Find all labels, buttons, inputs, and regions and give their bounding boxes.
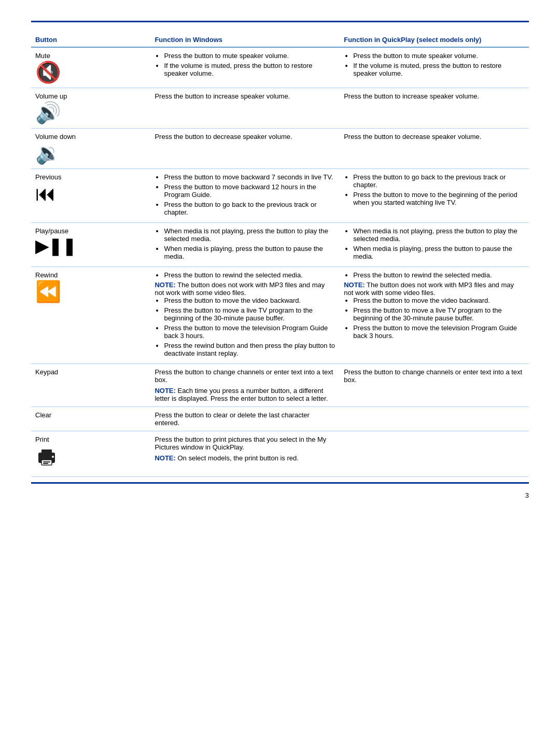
windows-note: NOTE: The button does not work with MP3 … bbox=[155, 281, 335, 297]
button-icon: ▶❚❚ bbox=[35, 237, 146, 256]
table-row: ClearPress the button to clear or delete… bbox=[31, 407, 529, 431]
svg-rect-4 bbox=[43, 463, 48, 464]
button-cell: Keypad bbox=[31, 364, 150, 407]
quickplay-bullet-item: Press the button to mute speaker volume. bbox=[353, 52, 525, 60]
button-name: Previous bbox=[35, 173, 146, 181]
quickplay-bullet-item: Press the button to move a live TV progr… bbox=[353, 306, 525, 322]
button-cell: Play/pause▶❚❚ bbox=[31, 223, 150, 267]
main-table: Button Function in Windows Function in Q… bbox=[31, 33, 529, 477]
quickplay-bullets: When media is not playing, press the but… bbox=[344, 227, 525, 260]
quickplay-bullet-item: Press the button to move to the beginnin… bbox=[353, 191, 525, 206]
quickplay-bullets: Press the button to rewind the selected … bbox=[344, 271, 525, 279]
quickplay-single: Press the button to increase speaker vol… bbox=[344, 92, 479, 100]
windows-bullet-item: Press the button to move the video backw… bbox=[164, 297, 335, 304]
quickplay-bullets: Press the button to go back to the previ… bbox=[344, 173, 525, 206]
windows-bullet-item: If the volume is muted, press the button… bbox=[164, 62, 335, 77]
table-row: PrintPress the button to print pictures … bbox=[31, 431, 529, 477]
quickplay-cell: Press the button to rewind the selected … bbox=[340, 267, 529, 364]
quickplay-bullet-item: Press the button to rewind the selected … bbox=[353, 271, 525, 279]
button-name: Clear bbox=[35, 411, 146, 419]
windows-bullet-item: Press the button to move the television … bbox=[164, 324, 335, 340]
windows-bullet-item: Press the button to move backward 12 hou… bbox=[164, 183, 335, 199]
header-windows: Function in Windows bbox=[150, 33, 340, 47]
button-name: Volume up bbox=[35, 92, 146, 100]
windows-single: Press the button to increase speaker vol… bbox=[155, 92, 290, 100]
quickplay-cell: Press the button to go back to the previ… bbox=[340, 169, 529, 223]
windows-single: Press the button to decrease speaker vol… bbox=[155, 133, 292, 140]
windows-bullet-item: When media is not playing, press the but… bbox=[164, 227, 335, 243]
table-row: Mute🔇Press the button to mute speaker vo… bbox=[31, 47, 529, 88]
quickplay-cell bbox=[340, 431, 529, 477]
button-name: Play/pause bbox=[35, 227, 146, 235]
button-name: Rewind bbox=[35, 271, 146, 279]
windows-bullet-item: Press the button to go back to the previ… bbox=[164, 201, 335, 216]
windows-bullets: Press the button to move backward 7 seco… bbox=[155, 173, 335, 216]
windows-bullet-item: Press the button to rewind the selected … bbox=[164, 271, 335, 279]
button-icon: 🔊 bbox=[35, 102, 146, 124]
quickplay-single: Press the button to change channels or e… bbox=[344, 368, 522, 384]
table-row: Rewind⏪Press the button to rewind the se… bbox=[31, 267, 529, 364]
windows-single: Press the button to print pictures that … bbox=[155, 435, 326, 451]
table-row: KeypadPress the button to change channel… bbox=[31, 364, 529, 407]
quickplay-cell: Press the button to increase speaker vol… bbox=[340, 88, 529, 129]
button-name: Mute bbox=[35, 52, 146, 60]
button-icon: 🔇 bbox=[35, 62, 146, 83]
quickplay-bullets: Press the button to mute speaker volume.… bbox=[344, 52, 525, 77]
windows-bullets-cont: Press the button to move the video backw… bbox=[155, 297, 335, 357]
windows-cell: Press the button to rewind the selected … bbox=[150, 267, 340, 364]
bottom-border bbox=[31, 482, 529, 484]
button-icon: ⏮ bbox=[35, 183, 146, 205]
button-cell: Previous⏮ bbox=[31, 169, 150, 223]
header-quickplay: Function in QuickPlay (select models onl… bbox=[340, 33, 529, 47]
button-cell: Rewind⏪ bbox=[31, 267, 150, 364]
quickplay-cell: Press the button to decrease speaker vol… bbox=[340, 129, 529, 169]
button-cell: Volume down🔉 bbox=[31, 129, 150, 169]
quickplay-bullet-item: Press the button to move the video backw… bbox=[353, 297, 525, 304]
quickplay-cell: Press the button to mute speaker volume.… bbox=[340, 47, 529, 88]
quickplay-cell bbox=[340, 407, 529, 431]
button-cell: Print bbox=[31, 431, 150, 477]
svg-rect-1 bbox=[41, 449, 52, 454]
header-button: Button bbox=[31, 33, 150, 47]
windows-bullets: Press the button to rewind the selected … bbox=[155, 271, 335, 279]
windows-cell: Press the button to move backward 7 seco… bbox=[150, 169, 340, 223]
quickplay-bullets-cont: Press the button to move the video backw… bbox=[344, 297, 525, 340]
table-row: Play/pause▶❚❚When media is not playing, … bbox=[31, 223, 529, 267]
windows-note-block: NOTE: Each time you press a number butto… bbox=[155, 387, 335, 402]
windows-bullets: Press the button to mute speaker volume.… bbox=[155, 52, 335, 77]
button-name: Volume down bbox=[35, 133, 146, 140]
windows-cell: When media is not playing, press the but… bbox=[150, 223, 340, 267]
quickplay-cell: Press the button to change channels or e… bbox=[340, 364, 529, 407]
windows-bullet-item: Press the button to move a live TV progr… bbox=[164, 306, 335, 322]
windows-cell: Press the button to decrease speaker vol… bbox=[150, 129, 340, 169]
table-row: Previous⏮Press the button to move backwa… bbox=[31, 169, 529, 223]
button-cell: Volume up🔊 bbox=[31, 88, 150, 129]
table-row: Volume down🔉Press the button to decrease… bbox=[31, 129, 529, 169]
page-number: 3 bbox=[525, 491, 529, 499]
button-icon: 🔉 bbox=[35, 143, 146, 164]
windows-single: Press the button to change channels or e… bbox=[155, 368, 333, 384]
windows-cell: Press the button to mute speaker volume.… bbox=[150, 47, 340, 88]
windows-bullets: When media is not playing, press the but… bbox=[155, 227, 335, 260]
quickplay-bullet-item: If the volume is muted, press the button… bbox=[353, 62, 525, 77]
windows-cell: Press the button to increase speaker vol… bbox=[150, 88, 340, 129]
button-name: Print bbox=[35, 435, 146, 443]
button-icon bbox=[35, 445, 146, 472]
quickplay-bullet-item: Press the button to go back to the previ… bbox=[353, 173, 525, 189]
windows-cell: Press the button to change channels or e… bbox=[150, 364, 340, 407]
svg-rect-3 bbox=[43, 461, 50, 462]
windows-bullet-item: Press the rewind button and then press t… bbox=[164, 342, 335, 357]
quickplay-single: Press the button to decrease speaker vol… bbox=[344, 133, 481, 140]
quickplay-bullet-item: Press the button to move the television … bbox=[353, 324, 525, 340]
windows-bullet-item: Press the button to move backward 7 seco… bbox=[164, 173, 335, 181]
svg-point-5 bbox=[52, 456, 54, 458]
quickplay-cell: When media is not playing, press the but… bbox=[340, 223, 529, 267]
page-container: Button Function in Windows Function in Q… bbox=[31, 21, 529, 484]
windows-bullet-item: Press the button to mute speaker volume. bbox=[164, 52, 335, 60]
button-cell: Mute🔇 bbox=[31, 47, 150, 88]
quickplay-bullet-item: When media is not playing, press the but… bbox=[353, 227, 525, 243]
windows-cell: Press the button to print pictures that … bbox=[150, 431, 340, 477]
top-border bbox=[31, 21, 529, 22]
windows-note-block: NOTE: On select models, the print button… bbox=[155, 454, 335, 462]
button-icon: ⏪ bbox=[35, 281, 146, 303]
